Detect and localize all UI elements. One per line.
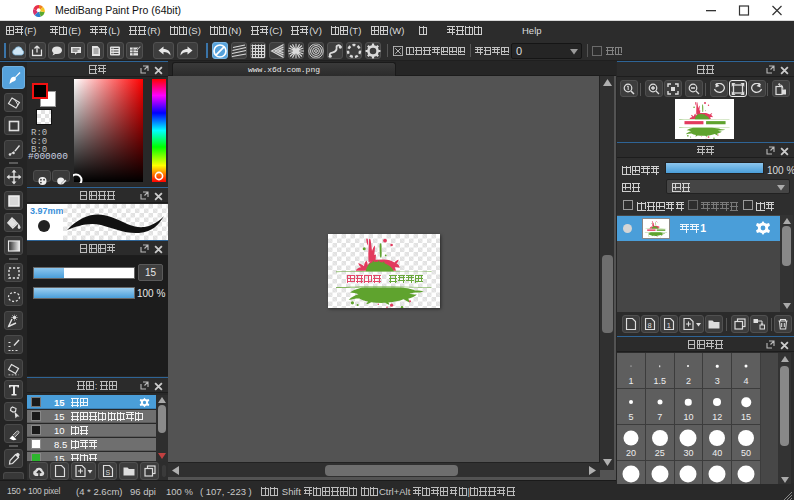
- svg-text:1: 1: [667, 321, 671, 330]
- svg-text:8: 8: [648, 321, 652, 330]
- svg-text:S: S: [105, 469, 110, 476]
